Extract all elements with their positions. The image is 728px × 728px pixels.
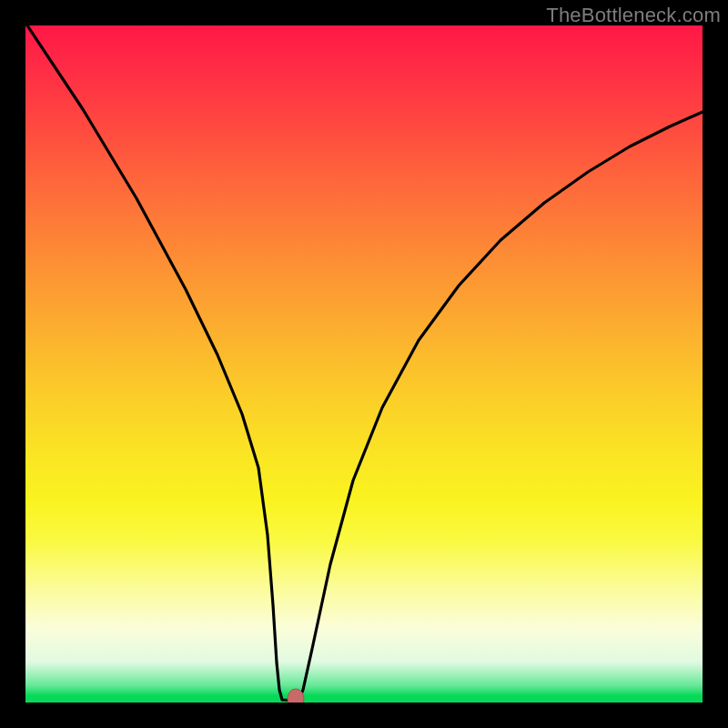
plot-area bbox=[25, 25, 703, 703]
curve-layer bbox=[25, 25, 703, 703]
chart-frame: TheBottleneck.com bbox=[0, 0, 728, 728]
bottleneck-curve bbox=[25, 25, 703, 701]
watermark-text: TheBottleneck.com bbox=[546, 4, 721, 27]
